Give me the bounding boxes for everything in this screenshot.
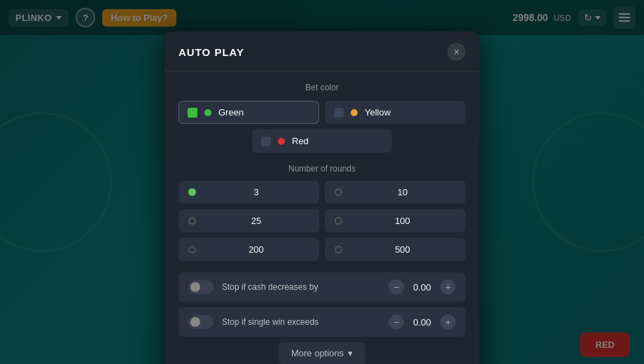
round-option-25[interactable]: 25 <box>178 209 319 232</box>
toggle-knob <box>190 282 200 292</box>
rounds-label: Number of rounds <box>178 164 465 174</box>
color-checkbox-yellow <box>334 108 344 118</box>
stop-win-label: Stop if single win exceeds <box>222 317 380 327</box>
color-dot-red <box>278 138 285 145</box>
round-value-3: 3 <box>203 187 309 197</box>
modal-body: Bet color Green Yellow Red <box>164 71 479 364</box>
round-radio-200 <box>188 246 196 253</box>
color-name-yellow: Yellow <box>365 107 391 118</box>
more-options-label: More options <box>291 348 344 358</box>
color-option-green[interactable]: Green <box>178 101 319 124</box>
stop-cash-plus-button[interactable]: + <box>440 279 456 295</box>
round-value-500: 500 <box>349 244 456 255</box>
stop-win-control: − 0.00 + <box>388 314 456 330</box>
modal-title: AUTO PLAY <box>178 46 244 58</box>
round-value-25: 25 <box>203 216 309 226</box>
color-option-yellow[interactable]: Yellow <box>325 101 465 124</box>
round-radio-500 <box>335 246 342 253</box>
round-value-200: 200 <box>203 244 309 255</box>
stop-win-plus-button[interactable]: + <box>440 314 456 330</box>
round-value-100: 100 <box>349 216 456 226</box>
close-button[interactable]: × <box>447 43 465 61</box>
color-name-green: Green <box>218 107 244 118</box>
color-option-red[interactable]: Red <box>252 130 392 153</box>
stop-cash-control: − 0.00 + <box>388 279 456 295</box>
autoplay-modal: AUTO PLAY × Bet color Green Yellow <box>164 31 479 364</box>
round-radio-10 <box>335 188 342 196</box>
stop-cash-minus-button[interactable]: − <box>388 279 404 295</box>
modal-header: AUTO PLAY × <box>164 31 479 71</box>
stop-cash-value: 0.00 <box>408 282 436 293</box>
round-value-10: 10 <box>349 187 456 197</box>
color-checkbox-green <box>188 108 197 118</box>
round-option-3[interactable]: 3 <box>178 181 319 204</box>
stop-win-minus-button[interactable]: − <box>388 314 404 330</box>
bet-color-center-row: Red <box>178 130 465 153</box>
stop-cash-label: Stop if cash decreases by <box>222 282 380 292</box>
stop-win-row: Stop if single win exceeds − 0.00 + <box>178 307 465 337</box>
stop-cash-toggle[interactable] <box>188 280 214 294</box>
toggle-knob-win <box>190 317 200 327</box>
round-option-200[interactable]: 200 <box>178 238 319 261</box>
chevron-down-icon: ▾ <box>348 348 353 358</box>
round-radio-100 <box>335 217 342 225</box>
round-option-100[interactable]: 100 <box>325 209 465 232</box>
more-options-wrap: More options ▾ <box>178 342 465 364</box>
color-checkbox-red <box>261 136 271 146</box>
color-name-red: Red <box>292 136 309 146</box>
round-radio-3 <box>188 188 196 196</box>
round-radio-25 <box>188 217 196 225</box>
bet-color-grid: Green Yellow <box>178 101 465 124</box>
round-option-500[interactable]: 500 <box>325 238 465 261</box>
rounds-grid: 3 10 25 100 200 <box>178 181 465 261</box>
stop-cash-row: Stop if cash decreases by − 0.00 + <box>178 272 465 302</box>
more-options-button[interactable]: More options ▾ <box>279 342 365 364</box>
stop-win-toggle[interactable] <box>188 315 214 329</box>
color-dot-yellow <box>351 109 358 116</box>
bet-color-label: Bet color <box>178 83 465 92</box>
stop-win-value: 0.00 <box>408 317 436 328</box>
round-option-10[interactable]: 10 <box>325 181 465 204</box>
color-dot-green <box>204 109 211 116</box>
